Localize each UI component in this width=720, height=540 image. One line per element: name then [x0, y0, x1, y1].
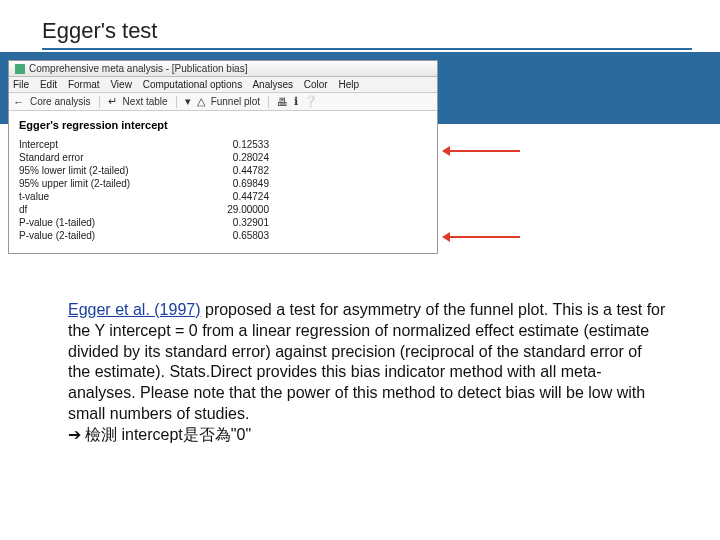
app-window: Comprehensive meta analysis - [Publicati…	[8, 60, 438, 254]
bullet-arrow-icon: ➔	[68, 426, 81, 443]
content-heading: Egger's regression intercept	[19, 119, 427, 131]
row-value: 0.44782	[189, 165, 269, 176]
title-underline	[42, 48, 692, 50]
menu-computational-options[interactable]: Computational options	[143, 79, 243, 90]
menubar: File Edit Format View Computational opti…	[9, 77, 437, 93]
next-table-button[interactable]: Next table	[123, 96, 168, 107]
funnel-plot-button[interactable]: Funnel plot	[211, 96, 260, 107]
row-label: P-value (2-tailed)	[19, 230, 189, 241]
menu-help[interactable]: Help	[338, 79, 359, 90]
window-title: Comprehensive meta analysis - [Publicati…	[29, 63, 247, 74]
row-value: 29.00000	[189, 204, 269, 215]
arrow-annotation-intercept	[450, 150, 520, 152]
row-value: 0.32901	[189, 217, 269, 228]
bullet-text: 檢測 intercept是否為"0"	[85, 426, 251, 443]
arrow-annotation-pvalue	[450, 236, 520, 238]
menu-file[interactable]: File	[13, 79, 29, 90]
row-value: 0.12533	[189, 139, 269, 150]
row-value: 0.69849	[189, 178, 269, 189]
help-icon[interactable]: ❔	[304, 95, 318, 108]
menu-analyses[interactable]: Analyses	[252, 79, 293, 90]
separator	[99, 96, 100, 108]
print-icon[interactable]: 🖶	[277, 96, 288, 108]
bullet-line: ➔檢測 intercept是否為"0"	[68, 425, 668, 446]
egger-1997-link[interactable]: Egger et al. (1997)	[68, 301, 201, 318]
app-titlebar: Comprehensive meta analysis - [Publicati…	[9, 61, 437, 77]
toolbar: ← Core analysis ↵ Next table ▾ △ Funnel …	[9, 93, 437, 111]
row-label: 95% upper limit (2-tailed)	[19, 178, 189, 189]
row-label: Standard error	[19, 152, 189, 163]
next-table-icon[interactable]: ↵	[108, 95, 117, 108]
row-value: 0.65803	[189, 230, 269, 241]
separator	[268, 96, 269, 108]
funnel-plot-icon[interactable]: △	[197, 95, 205, 108]
slide-title: Egger's test	[42, 18, 157, 44]
menu-color[interactable]: Color	[304, 79, 328, 90]
app-icon	[15, 64, 25, 74]
content-pane: Egger's regression intercept Intercept0.…	[9, 111, 437, 253]
row-value: 0.28024	[189, 152, 269, 163]
menu-format[interactable]: Format	[68, 79, 100, 90]
menu-view[interactable]: View	[110, 79, 132, 90]
info-icon[interactable]: ℹ	[294, 95, 298, 108]
paragraph-rest: proposed a test for asymmetry of the fun…	[68, 301, 665, 422]
stats-table: Intercept0.12533 Standard error0.28024 9…	[19, 139, 427, 241]
row-label: t-value	[19, 191, 189, 202]
core-analysis-button[interactable]: Core analysis	[30, 96, 91, 107]
row-label: Intercept	[19, 139, 189, 150]
separator	[176, 96, 177, 108]
menu-edit[interactable]: Edit	[40, 79, 57, 90]
row-label: df	[19, 204, 189, 215]
paragraph: Egger et al. (1997) proposed a test for …	[68, 300, 668, 425]
slide-title-bar: Egger's test	[0, 0, 720, 52]
body-text: Egger et al. (1997) proposed a test for …	[68, 300, 668, 446]
dropdown-icon[interactable]: ▾	[185, 95, 191, 108]
row-label: P-value (1-tailed)	[19, 217, 189, 228]
row-label: 95% lower limit (2-tailed)	[19, 165, 189, 176]
row-value: 0.44724	[189, 191, 269, 202]
back-arrow-icon[interactable]: ←	[13, 96, 24, 108]
